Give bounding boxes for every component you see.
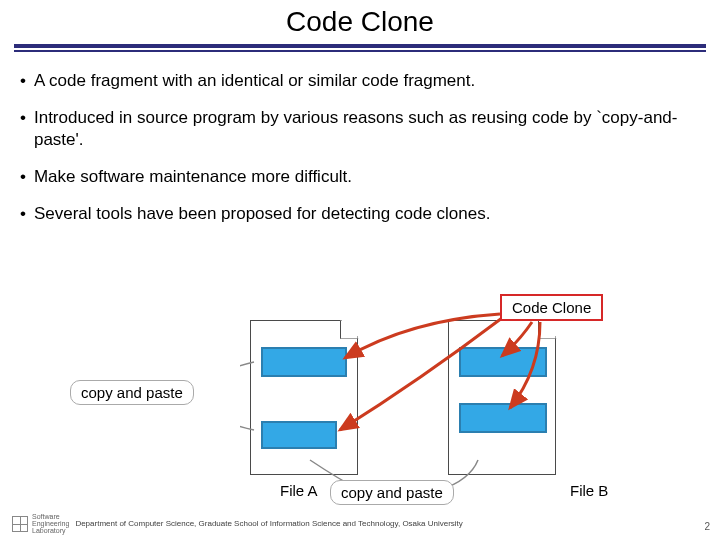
code-clone-label: Code Clone [500, 294, 603, 321]
file-a-page [250, 320, 358, 475]
code-fragment-a1 [261, 347, 347, 377]
bullet-text: Introduced in source program by various … [34, 107, 700, 150]
code-fragment-b1 [459, 347, 547, 377]
bullet-dot: • [20, 166, 26, 187]
bullet-dot: • [20, 107, 26, 150]
code-fragment-b2 [459, 403, 547, 433]
code-fragment-a2 [261, 421, 337, 449]
clone-diagram: Code Clone copy and paste copy and paste… [240, 300, 660, 500]
bullet-item: • Several tools have been proposed for d… [20, 203, 700, 224]
copy-paste-callout-left: copy and paste [70, 380, 194, 405]
slide-title: Code Clone [0, 0, 720, 44]
file-b-label: File B [570, 482, 608, 499]
title-rule-thick [14, 44, 706, 48]
bullet-dot: • [20, 70, 26, 91]
bullet-list: • A code fragment with an identical or s… [0, 52, 720, 224]
bullet-item: • A code fragment with an identical or s… [20, 70, 700, 91]
file-b-page [448, 320, 556, 475]
bullet-item: • Make software maintenance more difficu… [20, 166, 700, 187]
bullet-text: A code fragment with an identical or sim… [34, 70, 475, 91]
page-number: 2 [704, 521, 710, 532]
lab-logo-icon [12, 516, 28, 532]
bullet-dot: • [20, 203, 26, 224]
bullet-item: • Introduced in source program by variou… [20, 107, 700, 150]
bullet-text: Several tools have been proposed for det… [34, 203, 490, 224]
lab-logo-text: Software Engineering Laboratory [32, 513, 69, 534]
slide-footer: Software Engineering Laboratory Departme… [12, 513, 708, 534]
bullet-text: Make software maintenance more difficult… [34, 166, 352, 187]
copy-paste-callout-bottom: copy and paste [330, 480, 454, 505]
file-a-label: File A [280, 482, 318, 499]
footer-dept: Department of Computer Science, Graduate… [75, 519, 462, 528]
